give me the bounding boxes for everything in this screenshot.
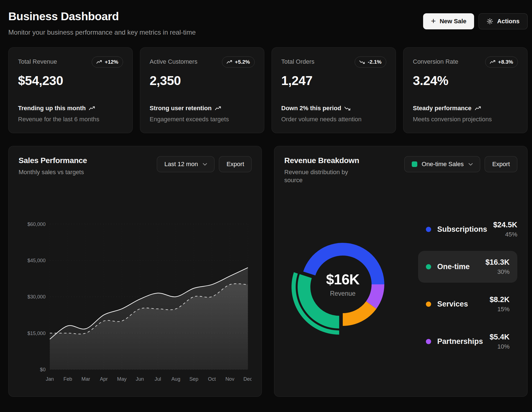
svg-text:Jun: Jun (136, 376, 144, 382)
trending-down-icon (344, 106, 351, 110)
stat-caption: Meets conversion projections (413, 116, 518, 123)
revenue-legend: Subscriptions $24.5K 45% One-time $16.3K… (418, 213, 517, 357)
legend-row[interactable]: Services $8.2K 15% (418, 288, 517, 320)
legend-color-dot (426, 227, 431, 232)
source-selector-value: One-time Sales (422, 161, 464, 168)
legend-row[interactable]: Subscriptions $24.5K 45% (418, 213, 517, 245)
header-actions: + New Sale Actions (423, 13, 528, 29)
trend-badge-value: +5.2% (235, 59, 250, 65)
svg-text:May: May (117, 376, 127, 382)
legend-percent: 45% (493, 231, 517, 238)
sales-performance-card: Sales Performance Monthly sales vs targe… (8, 146, 262, 397)
stat-label: Conversion Rate (413, 56, 458, 65)
stat-label: Active Customers (150, 56, 197, 65)
svg-text:$45,000: $45,000 (27, 258, 46, 263)
legend-value: $24.5K (493, 221, 517, 229)
stat-value: 3.24% (413, 73, 518, 88)
trend-badge: +8.3% (485, 56, 518, 68)
chevron-down-icon (469, 163, 473, 166)
sales-card-subtitle: Monthly sales vs targets (19, 168, 87, 176)
legend-row[interactable]: Partnerships $5.4K 10% (418, 326, 517, 357)
svg-text:$60,000: $60,000 (27, 222, 46, 227)
trend-badge: +5.2% (222, 56, 255, 68)
svg-text:$15,000: $15,000 (27, 331, 46, 336)
trend-badge: +12% (92, 56, 123, 68)
range-selector-dropdown[interactable]: Last 12 mon (157, 156, 214, 172)
trending-up-icon (227, 60, 232, 64)
svg-text:$0: $0 (40, 367, 45, 373)
svg-text:Jan: Jan (46, 376, 54, 382)
legend-label: Subscriptions (437, 225, 487, 234)
stat-caption: Revenue for the last 6 months (18, 116, 123, 123)
svg-text:Nov: Nov (225, 376, 234, 382)
stat-label: Total Revenue (18, 56, 57, 65)
bottom-panels: Sales Performance Monthly sales vs targe… (8, 146, 528, 397)
revenue-export-button[interactable]: Export (485, 156, 517, 172)
svg-text:Mar: Mar (81, 376, 90, 382)
sales-card-title: Sales Performance (19, 156, 87, 165)
sales-area-chart: $0$15,000$30,000$45,000$60,000JanFebMarA… (19, 176, 252, 387)
range-selector-value: Last 12 mon (164, 161, 198, 168)
stat-card: Active Customers +5.2% 2,350 Strong user… (140, 47, 264, 133)
svg-text:Jul: Jul (155, 376, 161, 382)
dashboard-page: Business Dashboard Monitor your business… (0, 0, 532, 412)
trending-up-icon (490, 60, 495, 64)
stat-value: 2,350 (150, 73, 255, 88)
stat-card: Conversion Rate +8.3% 3.24% Steady perfo… (403, 47, 528, 133)
trend-badge: -2.1% (355, 56, 386, 68)
source-selector-dropdown[interactable]: One-time Sales (404, 156, 480, 172)
export-label: Export (226, 161, 244, 168)
legend-label: One-time (437, 262, 479, 271)
stats-row: Total Revenue +12% $54,230 Trending up t… (8, 47, 528, 133)
stat-caption: Engagement exceeds targets (150, 116, 255, 123)
trending-up-icon (89, 106, 95, 110)
source-color-swatch (412, 161, 417, 167)
revenue-donut-chart: $16K Revenue (283, 227, 402, 344)
page-title: Business Dashboard (8, 10, 196, 23)
legend-value: $16.3K (485, 258, 510, 267)
header: Business Dashboard Monitor your business… (8, 10, 528, 36)
plus-icon: + (431, 17, 436, 25)
stat-label: Total Orders (281, 56, 314, 65)
gear-icon (487, 18, 493, 25)
revenue-card-title: Revenue Breakdown (284, 156, 367, 165)
trending-down-icon (359, 60, 365, 64)
new-sale-label: New Sale (440, 18, 467, 25)
legend-color-dot (426, 339, 431, 344)
legend-color-dot (426, 302, 431, 307)
trend-badge-value: -2.1% (368, 59, 382, 65)
stat-trend-text: Steady performance (413, 105, 472, 112)
legend-percent: 30% (485, 268, 510, 275)
stat-trend-text: Strong user retention (150, 105, 212, 112)
trending-up-icon (215, 106, 221, 110)
legend-row[interactable]: One-time $16.3K 30% (418, 251, 517, 283)
header-text: Business Dashboard Monitor your business… (8, 10, 196, 36)
trending-up-icon (475, 106, 481, 110)
stat-value: 1,247 (281, 73, 386, 88)
stat-card: Total Revenue +12% $54,230 Trending up t… (8, 47, 133, 133)
page-subtitle: Monitor your business performance and ke… (8, 29, 196, 36)
legend-value: $5.4K (490, 333, 510, 341)
trend-badge-value: +8.3% (498, 59, 513, 65)
legend-color-dot (426, 264, 431, 269)
export-label: Export (492, 161, 510, 168)
legend-value: $8.2K (490, 295, 510, 304)
svg-text:$30,000: $30,000 (27, 294, 46, 300)
stat-value: $54,230 (18, 73, 123, 88)
actions-button[interactable]: Actions (479, 13, 528, 29)
svg-text:Aug: Aug (172, 376, 180, 382)
legend-percent: 15% (490, 306, 510, 313)
legend-label: Services (437, 300, 484, 308)
trending-up-icon (96, 60, 102, 64)
actions-label: Actions (497, 18, 520, 25)
revenue-breakdown-card: Revenue Breakdown Revenue distribution b… (274, 146, 528, 397)
stat-card: Total Orders -2.1% 1,247 Down 2% this pe… (272, 47, 396, 133)
svg-text:Dec: Dec (243, 376, 252, 382)
revenue-card-subtitle: Revenue distribution by source (284, 168, 367, 184)
sales-export-button[interactable]: Export (219, 156, 252, 172)
svg-text:Feb: Feb (63, 376, 72, 382)
stat-trend-text: Down 2% this period (281, 105, 341, 112)
legend-label: Partnerships (437, 337, 484, 346)
new-sale-button[interactable]: + New Sale (423, 13, 474, 29)
stat-trend-text: Trending up this month (18, 105, 86, 112)
